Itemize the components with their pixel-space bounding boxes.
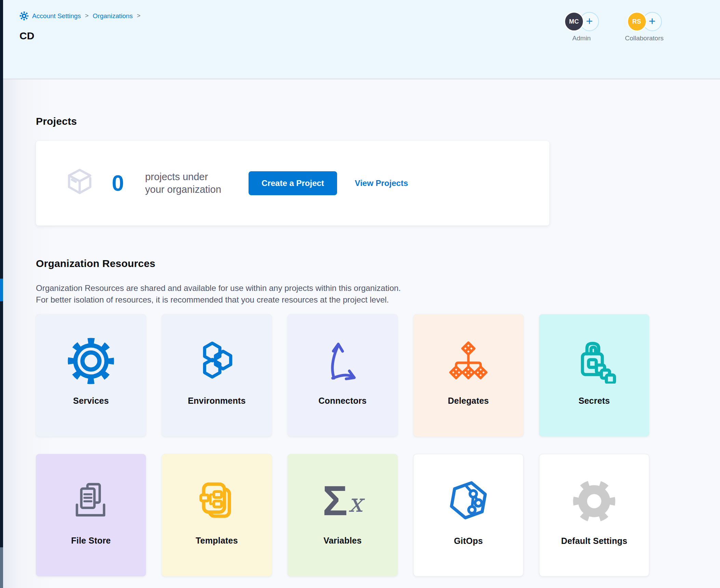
resource-card-templates[interactable]: Templates xyxy=(162,454,272,576)
org-resources-description: Organization Resources are shared and av… xyxy=(36,282,720,306)
resource-card-variables[interactable]: Σx Variables xyxy=(288,454,398,576)
page-title: CD xyxy=(19,30,35,42)
organization-page: Account Settings > Organizations > CD MC… xyxy=(0,0,720,588)
resource-card-label: Variables xyxy=(323,536,362,546)
page-header: Account Settings > Organizations > CD MC… xyxy=(3,0,720,79)
gitops-icon xyxy=(446,476,491,527)
resource-card-label: Default Settings xyxy=(561,536,627,546)
resource-card-label: Connectors xyxy=(319,396,367,406)
resource-card-label: File Store xyxy=(71,536,111,546)
plus-icon: + xyxy=(586,14,593,28)
resource-card-label: Services xyxy=(73,396,109,406)
main-content: Projects 0 projects under your organizat… xyxy=(3,80,720,588)
project-count-caption: projects under your organization xyxy=(145,171,221,196)
sidebar-active-indicator xyxy=(0,279,3,301)
default-settings-gear-icon xyxy=(572,476,616,527)
resource-card-label: GitOps xyxy=(454,536,483,546)
projects-heading: Projects xyxy=(36,80,720,127)
members-summary: MC + Admin RS + Collaborators xyxy=(564,12,664,42)
delegates-tree-icon xyxy=(446,335,490,387)
breadcrumb-organizations[interactable]: Organizations xyxy=(93,12,133,20)
templates-icon xyxy=(194,475,239,526)
resource-card-label: Delegates xyxy=(448,396,489,406)
create-project-button[interactable]: Create a Project xyxy=(249,171,337,195)
resource-grid: Services Environments xyxy=(36,314,720,576)
admin-group: MC + Admin xyxy=(564,12,599,42)
collapsed-sidebar[interactable] xyxy=(0,0,3,588)
org-resources-heading: Organization Resources xyxy=(36,226,720,269)
plus-icon: + xyxy=(649,14,656,28)
collaborators-group: RS + Collaborators xyxy=(625,12,664,42)
admin-avatar[interactable]: MC xyxy=(564,12,584,31)
breadcrumb-account-settings[interactable]: Account Settings xyxy=(32,12,81,20)
view-projects-link[interactable]: View Projects xyxy=(355,178,408,188)
resource-card-services[interactable]: Services xyxy=(36,314,146,437)
projects-card: 0 projects under your organization Creat… xyxy=(36,141,549,226)
resource-card-connectors[interactable]: Connectors xyxy=(288,314,398,437)
resource-card-gitops[interactable]: GitOps xyxy=(413,454,523,576)
services-gear-icon xyxy=(67,335,115,387)
resource-card-label: Templates xyxy=(196,536,238,546)
breadcrumb-separator: > xyxy=(136,12,141,19)
resource-card-label: Secrets xyxy=(578,396,610,406)
settings-gear-icon xyxy=(19,11,29,21)
environments-hexagons-icon xyxy=(194,335,239,387)
resource-card-delegates[interactable]: Delegates xyxy=(413,314,523,437)
file-store-icon xyxy=(69,475,113,526)
connectors-arrows-icon xyxy=(320,335,365,387)
admin-label: Admin xyxy=(572,35,591,42)
resource-card-default-settings[interactable]: Default Settings xyxy=(539,454,649,576)
resource-card-file-store[interactable]: File Store xyxy=(36,454,146,576)
secrets-lock-icon xyxy=(572,335,617,387)
resource-card-label: Environments xyxy=(188,396,245,406)
cube-icon xyxy=(63,165,97,201)
resource-card-secrets[interactable]: Secrets xyxy=(539,314,649,437)
project-count: 0 xyxy=(112,171,124,196)
sidebar-bottom-segment xyxy=(0,547,3,588)
breadcrumb: Account Settings > Organizations > xyxy=(19,11,141,21)
resource-card-environments[interactable]: Environments xyxy=(162,314,272,437)
variables-sigma-icon: Σx xyxy=(323,475,363,526)
collaborators-label: Collaborators xyxy=(625,35,664,42)
breadcrumb-separator: > xyxy=(84,12,90,19)
collaborator-avatar[interactable]: RS xyxy=(627,12,647,31)
